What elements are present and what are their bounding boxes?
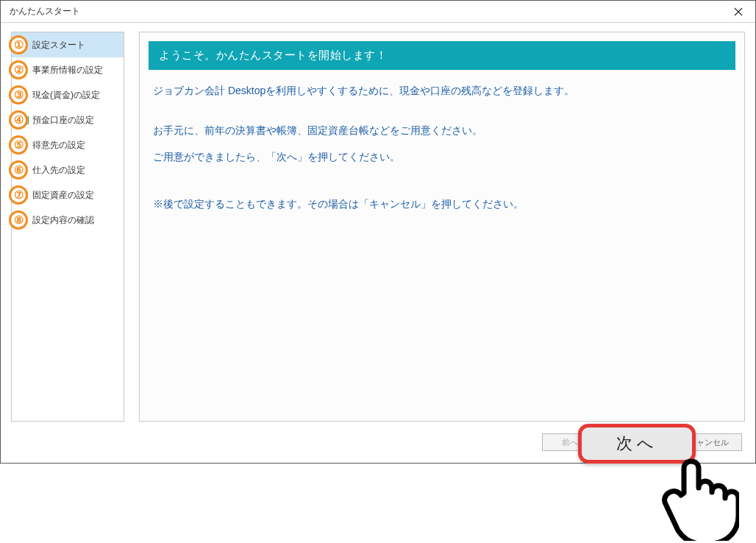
main-panel: ようこそ。かんたんスタートを開始します！ ジョブカン会計 Desktopを利用し… [139, 32, 745, 422]
window-title: かんたんスタート [7, 5, 80, 18]
inner-frame: 設定スタート 事業所情報の設定 ¥ 現金(資金)の設定 預金口座の設定 得意先の… [11, 32, 745, 422]
intro-p2: お手元に、前年の決算書や帳簿、固定資産台帳などをご用意ください。 [153, 120, 731, 141]
step-badge-2: ② [9, 60, 28, 79]
step-badge-8: ⑧ [9, 210, 28, 230]
intro-p4: ※後で設定することもできます。その場合は「キャンセル」を押してください。 [153, 194, 731, 214]
close-button[interactable] [727, 1, 749, 23]
sidebar-step-start[interactable]: 設定スタート [12, 32, 124, 57]
sidebar-step-account[interactable]: 預金口座の設定 [12, 107, 124, 132]
sidebar-item-label: 得意先の設定 [32, 139, 85, 152]
step-badge-4: ④ [9, 110, 28, 129]
sidebar-item-label: 事業所情報の設定 [32, 64, 103, 77]
sidebar-step-asset[interactable]: 固定資産の設定 [12, 182, 124, 207]
sidebar-step-cash[interactable]: ¥ 現金(資金)の設定 [12, 82, 124, 107]
body-area: 設定スタート 事業所情報の設定 ¥ 現金(資金)の設定 預金口座の設定 得意先の… [1, 23, 755, 463]
sidebar-item-label: 現金(資金)の設定 [32, 89, 100, 102]
sidebar-item-label: 設定内容の確認 [32, 214, 94, 227]
titlebar: かんたんスタート [1, 1, 755, 23]
step-badge-7: ⑦ [9, 185, 28, 205]
hand-cursor-icon [658, 452, 739, 541]
next-button-highlight[interactable]: 次へ [578, 424, 696, 464]
welcome-banner: ようこそ。かんたんスタートを開始します！ [149, 41, 735, 70]
intro-p3: ご用意ができましたら、「次へ」を押してください。 [153, 146, 731, 167]
content-text: ジョブカン会計 Desktopを利用しやすくするために、現金や口座の残高などを登… [149, 70, 735, 230]
sidebar-item-label: 設定スタート [32, 39, 85, 52]
dialog-window: かんたんスタート 設定スタート 事業所情報の設定 ¥ 現金(資金)の設定 [0, 0, 756, 464]
sidebar-item-label: 仕入先の設定 [32, 164, 85, 177]
setup-steps-sidebar: 設定スタート 事業所情報の設定 ¥ 現金(資金)の設定 預金口座の設定 得意先の… [11, 32, 124, 422]
step-badge-5: ⑤ [9, 135, 28, 155]
sidebar-step-supplier[interactable]: 仕入先の設定 [12, 157, 124, 182]
close-icon [734, 7, 743, 16]
sidebar-step-customer[interactable]: 得意先の設定 [12, 132, 124, 157]
step-badge-6: ⑥ [9, 160, 28, 180]
step-badge-3: ③ [9, 85, 28, 104]
intro-p1: ジョブカン会計 Desktopを利用しやすくするために、現金や口座の残高などを登… [153, 80, 731, 101]
sidebar-step-office[interactable]: 事業所情報の設定 [12, 57, 124, 82]
step-badge-1: ① [9, 35, 28, 54]
sidebar-item-label: 預金口座の設定 [32, 114, 94, 127]
sidebar-item-label: 固定資産の設定 [32, 189, 94, 202]
sidebar-step-confirm[interactable]: 設定内容の確認 [12, 207, 124, 233]
